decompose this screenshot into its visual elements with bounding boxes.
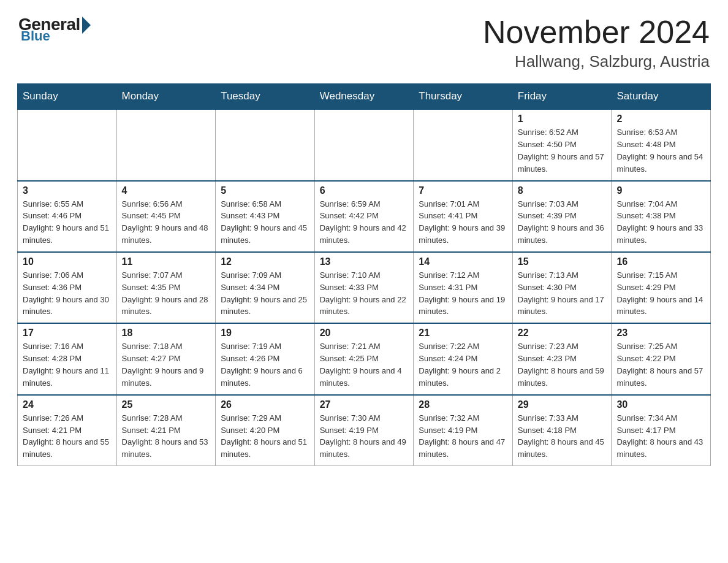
calendar-cell: 14Sunrise: 7:12 AM Sunset: 4:31 PM Dayli… — [414, 252, 513, 323]
day-number: 16 — [616, 256, 705, 267]
day-info: Sunrise: 6:55 AM Sunset: 4:46 PM Dayligh… — [23, 199, 109, 245]
day-info: Sunrise: 7:23 AM Sunset: 4:23 PM Dayligh… — [518, 342, 604, 388]
logo: General Blue — [18, 15, 91, 44]
calendar-cell: 21Sunrise: 7:22 AM Sunset: 4:24 PM Dayli… — [414, 323, 513, 394]
day-number: 19 — [221, 327, 309, 339]
day-info: Sunrise: 6:52 AM Sunset: 4:50 PM Dayligh… — [518, 128, 604, 174]
calendar-cell: 17Sunrise: 7:16 AM Sunset: 4:28 PM Dayli… — [18, 323, 117, 394]
day-info: Sunrise: 7:25 AM Sunset: 4:22 PM Dayligh… — [616, 342, 703, 388]
day-info: Sunrise: 7:15 AM Sunset: 4:29 PM Dayligh… — [616, 270, 703, 316]
calendar-week-2: 3Sunrise: 6:55 AM Sunset: 4:46 PM Daylig… — [18, 181, 711, 252]
weekday-header-friday: Friday — [512, 84, 612, 110]
calendar-cell — [116, 109, 216, 180]
day-number: 22 — [518, 327, 607, 339]
calendar-week-5: 24Sunrise: 7:26 AM Sunset: 4:21 PM Dayli… — [18, 395, 711, 466]
day-info: Sunrise: 7:06 AM Sunset: 4:36 PM Dayligh… — [23, 270, 109, 316]
calendar-cell: 1Sunrise: 6:52 AM Sunset: 4:50 PM Daylig… — [512, 109, 612, 180]
day-number: 3 — [23, 185, 112, 196]
day-info: Sunrise: 7:09 AM Sunset: 4:34 PM Dayligh… — [221, 270, 307, 316]
day-number: 5 — [221, 185, 309, 196]
day-number: 28 — [419, 399, 507, 410]
day-info: Sunrise: 7:33 AM Sunset: 4:18 PM Dayligh… — [518, 413, 604, 459]
calendar-week-3: 10Sunrise: 7:06 AM Sunset: 4:36 PM Dayli… — [18, 252, 711, 323]
logo-triangle-icon — [82, 17, 91, 34]
calendar-cell — [314, 109, 414, 180]
calendar-cell: 7Sunrise: 7:01 AM Sunset: 4:41 PM Daylig… — [414, 181, 513, 252]
weekday-header-saturday: Saturday — [612, 84, 711, 110]
calendar-cell: 5Sunrise: 6:58 AM Sunset: 4:43 PM Daylig… — [216, 181, 315, 252]
calendar-cell: 4Sunrise: 6:56 AM Sunset: 4:45 PM Daylig… — [116, 181, 216, 252]
day-info: Sunrise: 7:18 AM Sunset: 4:27 PM Dayligh… — [122, 342, 204, 388]
day-number: 7 — [419, 185, 507, 196]
day-number: 15 — [518, 256, 607, 267]
day-info: Sunrise: 7:01 AM Sunset: 4:41 PM Dayligh… — [419, 199, 505, 245]
calendar-cell: 24Sunrise: 7:26 AM Sunset: 4:21 PM Dayli… — [18, 395, 117, 466]
calendar-cell: 25Sunrise: 7:28 AM Sunset: 4:21 PM Dayli… — [116, 395, 216, 466]
day-info: Sunrise: 7:22 AM Sunset: 4:24 PM Dayligh… — [419, 342, 501, 388]
day-info: Sunrise: 6:53 AM Sunset: 4:48 PM Dayligh… — [616, 128, 703, 174]
calendar-cell: 9Sunrise: 7:04 AM Sunset: 4:38 PM Daylig… — [612, 181, 711, 252]
calendar-cell: 19Sunrise: 7:19 AM Sunset: 4:26 PM Dayli… — [216, 323, 315, 394]
day-number: 11 — [122, 256, 211, 267]
day-number: 30 — [616, 399, 705, 410]
day-number: 1 — [518, 113, 607, 124]
calendar-cell: 30Sunrise: 7:34 AM Sunset: 4:17 PM Dayli… — [612, 395, 711, 466]
day-number: 12 — [221, 256, 309, 267]
logo-blue-text: Blue — [21, 28, 50, 44]
day-info: Sunrise: 6:56 AM Sunset: 4:45 PM Dayligh… — [122, 199, 208, 245]
calendar-cell: 11Sunrise: 7:07 AM Sunset: 4:35 PM Dayli… — [116, 252, 216, 323]
calendar-cell — [414, 109, 513, 180]
calendar-cell: 23Sunrise: 7:25 AM Sunset: 4:22 PM Dayli… — [612, 323, 711, 394]
day-info: Sunrise: 7:19 AM Sunset: 4:26 PM Dayligh… — [221, 342, 303, 388]
weekday-header-monday: Monday — [116, 84, 216, 110]
day-info: Sunrise: 7:07 AM Sunset: 4:35 PM Dayligh… — [122, 270, 208, 316]
day-info: Sunrise: 7:29 AM Sunset: 4:20 PM Dayligh… — [221, 413, 307, 459]
day-number: 27 — [320, 399, 409, 410]
weekday-header-wednesday: Wednesday — [314, 84, 414, 110]
day-info: Sunrise: 7:13 AM Sunset: 4:30 PM Dayligh… — [518, 270, 604, 316]
subtitle: Hallwang, Salzburg, Austria — [483, 52, 710, 71]
day-info: Sunrise: 7:03 AM Sunset: 4:39 PM Dayligh… — [518, 199, 604, 245]
calendar-cell: 13Sunrise: 7:10 AM Sunset: 4:33 PM Dayli… — [314, 252, 414, 323]
day-info: Sunrise: 7:12 AM Sunset: 4:31 PM Dayligh… — [419, 270, 505, 316]
day-number: 24 — [23, 399, 112, 410]
day-number: 17 — [23, 327, 112, 339]
day-number: 6 — [320, 185, 409, 196]
calendar-cell: 8Sunrise: 7:03 AM Sunset: 4:39 PM Daylig… — [512, 181, 612, 252]
day-info: Sunrise: 7:32 AM Sunset: 4:19 PM Dayligh… — [419, 413, 505, 459]
calendar-cell: 28Sunrise: 7:32 AM Sunset: 4:19 PM Dayli… — [414, 395, 513, 466]
weekday-header-sunday: Sunday — [18, 84, 117, 110]
calendar-cell: 16Sunrise: 7:15 AM Sunset: 4:29 PM Dayli… — [612, 252, 711, 323]
calendar-cell: 20Sunrise: 7:21 AM Sunset: 4:25 PM Dayli… — [314, 323, 414, 394]
page-header: General Blue November 2024 Hallwang, Sal… — [0, 0, 728, 77]
calendar-cell: 18Sunrise: 7:18 AM Sunset: 4:27 PM Dayli… — [116, 323, 216, 394]
calendar-cell: 2Sunrise: 6:53 AM Sunset: 4:48 PM Daylig… — [612, 109, 711, 180]
day-info: Sunrise: 7:16 AM Sunset: 4:28 PM Dayligh… — [23, 342, 109, 388]
day-number: 14 — [419, 256, 507, 267]
day-number: 2 — [616, 113, 705, 124]
calendar-cell: 26Sunrise: 7:29 AM Sunset: 4:20 PM Dayli… — [216, 395, 315, 466]
day-number: 9 — [616, 185, 705, 196]
day-info: Sunrise: 7:28 AM Sunset: 4:21 PM Dayligh… — [122, 413, 208, 459]
day-info: Sunrise: 7:34 AM Sunset: 4:17 PM Dayligh… — [616, 413, 703, 459]
day-number: 13 — [320, 256, 409, 267]
day-info: Sunrise: 7:21 AM Sunset: 4:25 PM Dayligh… — [320, 342, 402, 388]
day-info: Sunrise: 6:58 AM Sunset: 4:43 PM Dayligh… — [221, 199, 307, 245]
day-number: 4 — [122, 185, 211, 196]
day-number: 20 — [320, 327, 409, 339]
day-info: Sunrise: 7:04 AM Sunset: 4:38 PM Dayligh… — [616, 199, 703, 245]
calendar-header-row: SundayMondayTuesdayWednesdayThursdayFrid… — [18, 84, 711, 110]
title-block: November 2024 Hallwang, Salzburg, Austri… — [483, 15, 710, 71]
day-info: Sunrise: 7:30 AM Sunset: 4:19 PM Dayligh… — [320, 413, 406, 459]
calendar-week-4: 17Sunrise: 7:16 AM Sunset: 4:28 PM Dayli… — [18, 323, 711, 394]
day-number: 26 — [221, 399, 309, 410]
weekday-header-thursday: Thursday — [414, 84, 513, 110]
calendar-cell: 22Sunrise: 7:23 AM Sunset: 4:23 PM Dayli… — [512, 323, 612, 394]
calendar-cell: 10Sunrise: 7:06 AM Sunset: 4:36 PM Dayli… — [18, 252, 117, 323]
day-number: 18 — [122, 327, 211, 339]
day-number: 25 — [122, 399, 211, 410]
day-number: 8 — [518, 185, 607, 196]
calendar-cell: 27Sunrise: 7:30 AM Sunset: 4:19 PM Dayli… — [314, 395, 414, 466]
weekday-header-tuesday: Tuesday — [216, 84, 315, 110]
calendar-cell: 3Sunrise: 6:55 AM Sunset: 4:46 PM Daylig… — [18, 181, 117, 252]
